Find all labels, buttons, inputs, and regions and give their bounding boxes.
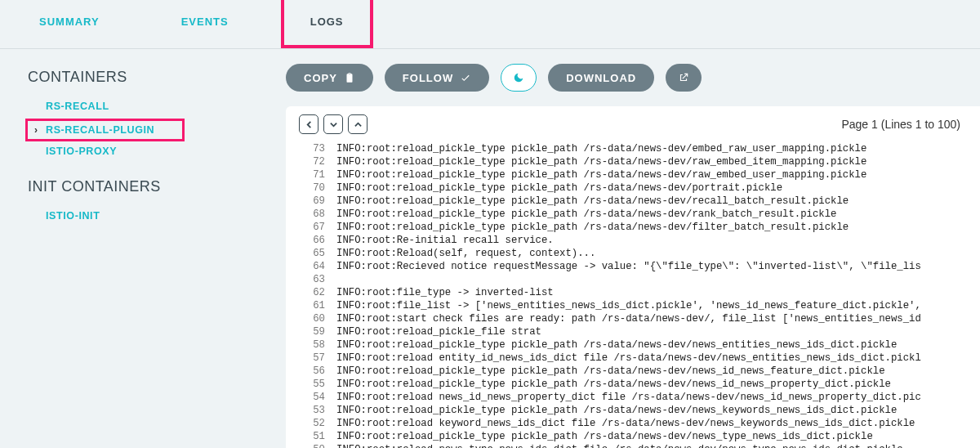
log-line-text: INFO:root:reload_pickle_type pickle_path… (336, 155, 980, 168)
chevron-left-icon (305, 121, 313, 128)
log-line-text: INFO:root:reload_pickle_type pickle_path… (336, 181, 980, 195)
download-button-label: DOWNLOAD (566, 72, 636, 84)
tab-summary[interactable]: SUMMARY (15, 16, 124, 48)
log-line-text: INFO:root:reload_pickle_type pickle_path… (336, 195, 980, 208)
log-line-number: 65 (292, 247, 336, 260)
log-line-text: INFO:root:reload_pickle_type pickle_path… (336, 168, 980, 181)
log-line-number: 64 (292, 260, 336, 273)
log-line-text: INFO:root:reload_pickle_type pickle_path… (336, 378, 980, 391)
log-line: 73INFO:root:reload_pickle_type pickle_pa… (286, 142, 980, 155)
log-line: 52INFO:root:reload keyword_news_ids_dict… (286, 417, 980, 430)
log-line-number: 73 (292, 142, 336, 155)
log-line-text: INFO:root:reload_pickle_type pickle_path… (336, 338, 980, 352)
log-line-number: 55 (292, 378, 336, 391)
open-external-button[interactable] (666, 64, 702, 92)
log-line-number: 67 (292, 221, 336, 234)
log-line: 51INFO:root:reload_pickle_type pickle_pa… (286, 430, 980, 443)
scroll-up-button[interactable] (348, 114, 368, 134)
log-line-text (336, 273, 980, 286)
log-line: 71INFO:root:reload_pickle_type pickle_pa… (286, 168, 980, 181)
check-icon (460, 72, 471, 83)
log-line-text: INFO:root:reload news_type_news_ids_dict… (336, 443, 980, 448)
log-line-text: INFO:root:reload entity_id_news_ids_dict… (336, 352, 980, 365)
log-line: 50INFO:root:reload news_type_news_ids_di… (286, 443, 980, 448)
log-line-text: INFO:root:reload_pickle_file strat (336, 325, 980, 338)
tab-label: LOGS (310, 16, 344, 28)
log-line-number: 61 (292, 299, 336, 312)
log-line: 69INFO:root:reload_pickle_type pickle_pa… (286, 195, 980, 208)
log-line-number: 69 (292, 195, 336, 208)
log-line-number: 62 (292, 286, 336, 299)
log-line: 55INFO:root:reload_pickle_type pickle_pa… (286, 378, 980, 391)
sidebar-item-istio-proxy[interactable]: ISTIO-PROXY (28, 142, 270, 160)
log-line-text: INFO:root:reload_pickle_type pickle_path… (336, 142, 980, 155)
download-button[interactable]: DOWNLOAD (548, 64, 654, 92)
log-line-text: INFO:root:reload_pickle_type pickle_path… (336, 404, 980, 417)
log-line: 67INFO:root:reload_pickle_type pickle_pa… (286, 221, 980, 234)
main: COPY FOLLOW DOWNLOAD (286, 49, 980, 448)
follow-button[interactable]: FOLLOW (385, 64, 489, 92)
log-line: 56INFO:root:reload_pickle_type pickle_pa… (286, 365, 980, 378)
log-line-number: 66 (292, 234, 336, 247)
page-prev-button[interactable] (299, 114, 318, 134)
page-indicator: Page 1 (Lines 1 to 100) (841, 118, 960, 131)
log-line-number: 54 (292, 391, 336, 404)
sidebar-item-rs-recall[interactable]: RS-RECALL (28, 97, 270, 115)
log-line: 70INFO:root:reload_pickle_type pickle_pa… (286, 181, 980, 195)
chevron-up-icon (354, 121, 362, 128)
log-line-number: 53 (292, 404, 336, 417)
chevron-right-icon: › (34, 124, 38, 136)
tab-events[interactable]: EVENTS (157, 16, 253, 48)
log-line: 60INFO:root:start check files are ready:… (286, 312, 980, 325)
log-line: 65INFO:root:Reload(self, request, contex… (286, 247, 980, 260)
copy-button-label: COPY (304, 72, 337, 84)
log-line-number: 60 (292, 312, 336, 325)
clipboard-icon (344, 72, 355, 83)
sidebar-item-istio-init[interactable]: ISTIO-INIT (28, 207, 270, 225)
log-line-text: INFO:root:file_type -> inverted-list (336, 286, 980, 299)
log-line-number: 70 (292, 181, 336, 195)
moon-icon (513, 72, 524, 83)
sidebar-item-label: RS-RECALL-PLUGIN (46, 124, 154, 136)
external-link-icon (678, 72, 689, 83)
sidebar-item-rs-recall-plugin-highlight: › RS-RECALL-PLUGIN (25, 119, 185, 141)
log-line-text: INFO:root:Reload(self, request, context)… (336, 247, 980, 260)
follow-button-label: FOLLOW (403, 72, 453, 84)
log-line-text: INFO:root:reload_pickle_type pickle_path… (336, 221, 980, 234)
scroll-down-button[interactable] (323, 114, 343, 134)
sidebar-item-rs-recall-plugin[interactable]: › RS-RECALL-PLUGIN (28, 121, 154, 139)
log-line-text: INFO:root:reload_pickle_type pickle_path… (336, 365, 980, 378)
log-line: 59INFO:root:reload_pickle_file strat (286, 325, 980, 338)
log-line: 58INFO:root:reload_pickle_type pickle_pa… (286, 338, 980, 352)
log-line-number: 50 (292, 443, 336, 448)
log-line-number: 68 (292, 208, 336, 221)
containers-heading: CONTAINERS (28, 69, 270, 86)
log-line: 53INFO:root:reload_pickle_type pickle_pa… (286, 404, 980, 417)
log-line-number: 51 (292, 430, 336, 443)
log-line-number: 52 (292, 417, 336, 430)
log-line-number: 56 (292, 365, 336, 378)
log-line: 62INFO:root:file_type -> inverted-list (286, 286, 980, 299)
dark-mode-toggle[interactable] (501, 64, 537, 92)
init-containers-heading: INIT CONTAINERS (28, 178, 270, 195)
log-line-number: 57 (292, 352, 336, 365)
log-line-number: 71 (292, 168, 336, 181)
log-line-number: 72 (292, 155, 336, 168)
log-line-text: INFO:root:start check files are ready: p… (336, 312, 980, 325)
log-line: 72INFO:root:reload_pickle_type pickle_pa… (286, 155, 980, 168)
tab-logs[interactable]: LOGS (286, 16, 368, 48)
log-line: 63 (286, 273, 980, 286)
log-line-text: INFO:root:Recieved notice requestMessage… (336, 260, 980, 273)
log-header: Page 1 (Lines 1 to 100) (286, 106, 980, 139)
log-line-text: INFO:root:reload keyword_news_ids_dict f… (336, 417, 980, 430)
copy-button[interactable]: COPY (286, 64, 373, 92)
log-line: 66INFO:root:Re-initial recall service. (286, 234, 980, 247)
log-line-number: 58 (292, 338, 336, 352)
log-body[interactable]: 73INFO:root:reload_pickle_type pickle_pa… (286, 139, 980, 448)
log-line-number: 63 (292, 273, 336, 286)
toolbar: COPY FOLLOW DOWNLOAD (286, 64, 980, 106)
log-line-text: INFO:root:file_list -> ['news_entities_n… (336, 299, 980, 312)
sidebar: CONTAINERS RS-RECALL › RS-RECALL-PLUGIN … (0, 49, 286, 448)
tabs: SUMMARY EVENTS LOGS (0, 0, 980, 49)
log-line-text: INFO:root:reload news_id_news_property_d… (336, 391, 980, 404)
